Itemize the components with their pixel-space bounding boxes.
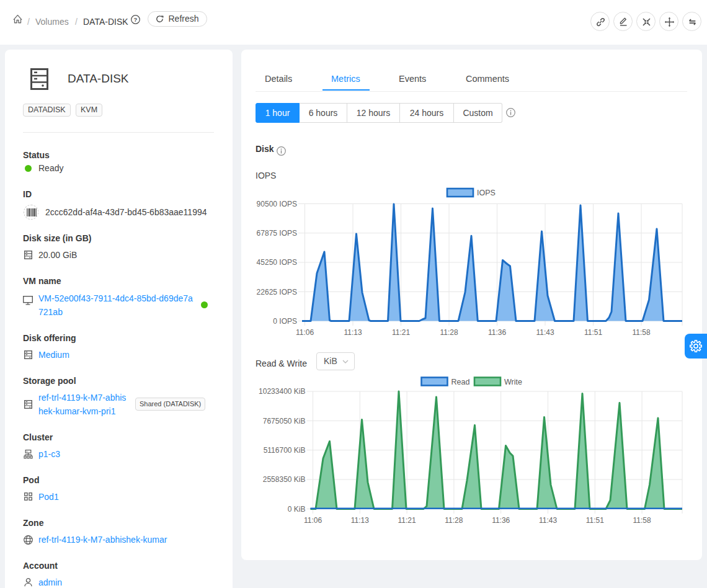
svg-text:11:21: 11:21	[398, 516, 416, 525]
svg-text:0 KiB: 0 KiB	[288, 505, 306, 514]
svg-text:11:36: 11:36	[492, 516, 510, 525]
svg-text:90500 IOPS: 90500 IOPS	[257, 200, 297, 208]
svg-text:Read: Read	[451, 378, 470, 386]
svg-text:11:51: 11:51	[586, 516, 604, 525]
svg-text:11:28: 11:28	[440, 328, 458, 337]
svg-text:Write: Write	[504, 378, 522, 386]
svg-text:11:06: 11:06	[296, 328, 314, 337]
svg-text:7675050 KiB: 7675050 KiB	[263, 417, 306, 425]
svg-text:IOPS: IOPS	[477, 189, 496, 197]
svg-text:10233400 KiB: 10233400 KiB	[259, 387, 305, 396]
svg-text:11:13: 11:13	[351, 516, 369, 525]
svg-text:11:28: 11:28	[445, 516, 463, 525]
svg-text:11:58: 11:58	[632, 328, 650, 337]
svg-text:11:36: 11:36	[488, 328, 506, 337]
svg-text:22625 IOPS: 22625 IOPS	[257, 288, 297, 296]
svg-text:11:58: 11:58	[633, 516, 651, 525]
svg-text:45250 IOPS: 45250 IOPS	[257, 258, 297, 267]
svg-text:11:43: 11:43	[536, 328, 554, 337]
svg-text:11:06: 11:06	[304, 516, 322, 525]
svg-text:11:21: 11:21	[392, 328, 410, 337]
svg-text:5116700 KiB: 5116700 KiB	[264, 446, 306, 455]
svg-text:67875 IOPS: 67875 IOPS	[257, 229, 297, 238]
svg-text:11:51: 11:51	[584, 328, 602, 337]
svg-text:?: ?	[134, 16, 138, 23]
svg-text:2558350 KiB: 2558350 KiB	[263, 475, 306, 484]
svg-text:0 IOPS: 0 IOPS	[273, 317, 297, 326]
svg-text:11:13: 11:13	[344, 328, 362, 337]
svg-text:11:43: 11:43	[539, 516, 557, 525]
